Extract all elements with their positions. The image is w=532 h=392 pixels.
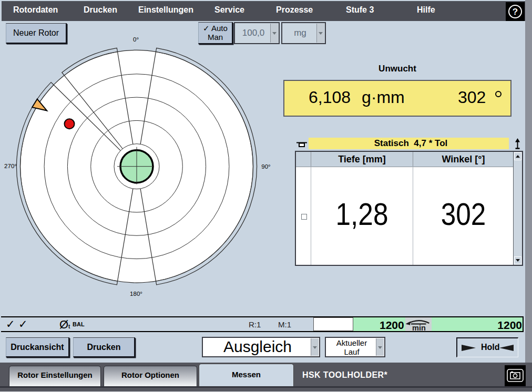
svg-text:90°: 90° (261, 163, 270, 170)
svg-text:?: ? (513, 7, 518, 17)
svg-text:180°: 180° (130, 291, 142, 297)
svg-text:min: min (412, 324, 426, 331)
svg-text:0°: 0° (133, 36, 139, 43)
svg-text:270°: 270° (4, 163, 17, 169)
